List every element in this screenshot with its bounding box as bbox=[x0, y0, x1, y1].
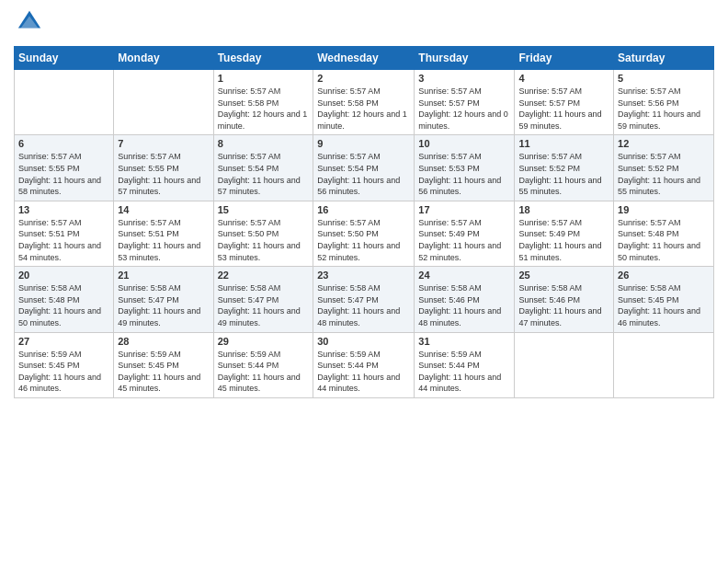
day-number: 20 bbox=[18, 270, 109, 281]
calendar-cell: 10Sunrise: 5:57 AM Sunset: 5:53 PM Dayli… bbox=[415, 135, 515, 201]
calendar-cell: 2Sunrise: 5:57 AM Sunset: 5:58 PM Daylig… bbox=[313, 70, 415, 135]
calendar-cell: 19Sunrise: 5:57 AM Sunset: 5:48 PM Dayli… bbox=[614, 201, 714, 266]
calendar-cell: 25Sunrise: 5:58 AM Sunset: 5:46 PM Dayli… bbox=[515, 267, 614, 332]
day-number: 7 bbox=[118, 138, 209, 149]
day-number: 17 bbox=[418, 204, 510, 215]
day-info: Sunrise: 5:58 AM Sunset: 5:46 PM Dayligh… bbox=[518, 282, 609, 328]
calendar-header-row: SundayMondayTuesdayWednesdayThursdayFrid… bbox=[15, 47, 714, 70]
day-number: 10 bbox=[418, 138, 510, 149]
day-info: Sunrise: 5:57 AM Sunset: 5:49 PM Dayligh… bbox=[518, 217, 609, 263]
calendar-cell: 13Sunrise: 5:57 AM Sunset: 5:51 PM Dayli… bbox=[15, 201, 114, 266]
calendar-cell: 6Sunrise: 5:57 AM Sunset: 5:55 PM Daylig… bbox=[15, 135, 114, 201]
day-info: Sunrise: 5:58 AM Sunset: 5:48 PM Dayligh… bbox=[18, 282, 109, 328]
header bbox=[14, 9, 714, 39]
calendar-cell: 16Sunrise: 5:57 AM Sunset: 5:50 PM Dayli… bbox=[313, 201, 415, 266]
calendar-cell: 14Sunrise: 5:57 AM Sunset: 5:51 PM Dayli… bbox=[114, 201, 213, 266]
calendar-week-row: 13Sunrise: 5:57 AM Sunset: 5:51 PM Dayli… bbox=[15, 201, 714, 266]
day-number: 11 bbox=[518, 138, 609, 149]
logo-icon bbox=[17, 9, 42, 35]
day-info: Sunrise: 5:57 AM Sunset: 5:51 PM Dayligh… bbox=[18, 217, 109, 263]
calendar-cell: 11Sunrise: 5:57 AM Sunset: 5:52 PM Dayli… bbox=[515, 135, 614, 201]
day-info: Sunrise: 5:57 AM Sunset: 5:55 PM Dayligh… bbox=[118, 151, 209, 197]
day-number: 4 bbox=[518, 73, 609, 84]
day-info: Sunrise: 5:57 AM Sunset: 5:52 PM Dayligh… bbox=[518, 151, 609, 197]
day-info: Sunrise: 5:58 AM Sunset: 5:47 PM Dayligh… bbox=[118, 282, 209, 328]
day-number: 14 bbox=[118, 204, 209, 215]
calendar-cell: 7Sunrise: 5:57 AM Sunset: 5:55 PM Daylig… bbox=[114, 135, 213, 201]
calendar-cell: 23Sunrise: 5:58 AM Sunset: 5:47 PM Dayli… bbox=[313, 267, 415, 332]
day-info: Sunrise: 5:57 AM Sunset: 5:52 PM Dayligh… bbox=[618, 151, 710, 197]
calendar-cell: 8Sunrise: 5:57 AM Sunset: 5:54 PM Daylig… bbox=[213, 135, 313, 201]
calendar-week-row: 20Sunrise: 5:58 AM Sunset: 5:48 PM Dayli… bbox=[15, 267, 714, 332]
day-number: 16 bbox=[317, 204, 410, 215]
calendar-cell: 28Sunrise: 5:59 AM Sunset: 5:45 PM Dayli… bbox=[114, 332, 213, 397]
day-info: Sunrise: 5:57 AM Sunset: 5:57 PM Dayligh… bbox=[518, 86, 609, 132]
calendar-cell: 21Sunrise: 5:58 AM Sunset: 5:47 PM Dayli… bbox=[114, 267, 213, 332]
calendar-cell: 5Sunrise: 5:57 AM Sunset: 5:56 PM Daylig… bbox=[614, 70, 714, 135]
calendar-cell: 22Sunrise: 5:58 AM Sunset: 5:47 PM Dayli… bbox=[213, 267, 313, 332]
calendar-week-row: 6Sunrise: 5:57 AM Sunset: 5:55 PM Daylig… bbox=[15, 135, 714, 201]
day-number: 13 bbox=[18, 204, 109, 215]
day-number: 23 bbox=[317, 270, 410, 281]
calendar-cell: 1Sunrise: 5:57 AM Sunset: 5:58 PM Daylig… bbox=[213, 70, 313, 135]
page: SundayMondayTuesdayWednesdayThursdayFrid… bbox=[0, 0, 728, 412]
day-of-week-header: Wednesday bbox=[313, 47, 415, 70]
day-number: 3 bbox=[418, 73, 510, 84]
day-info: Sunrise: 5:57 AM Sunset: 5:50 PM Dayligh… bbox=[317, 217, 410, 263]
calendar-cell: 29Sunrise: 5:59 AM Sunset: 5:44 PM Dayli… bbox=[213, 332, 313, 397]
day-number: 6 bbox=[18, 138, 109, 149]
day-number: 24 bbox=[418, 270, 510, 281]
day-number: 9 bbox=[317, 138, 410, 149]
calendar-cell: 3Sunrise: 5:57 AM Sunset: 5:57 PM Daylig… bbox=[415, 70, 515, 135]
calendar-week-row: 27Sunrise: 5:59 AM Sunset: 5:45 PM Dayli… bbox=[15, 332, 714, 397]
day-of-week-header: Saturday bbox=[614, 47, 714, 70]
day-number: 5 bbox=[618, 73, 710, 84]
day-number: 25 bbox=[518, 270, 609, 281]
calendar-cell: 15Sunrise: 5:57 AM Sunset: 5:50 PM Dayli… bbox=[213, 201, 313, 266]
calendar-cell: 27Sunrise: 5:59 AM Sunset: 5:45 PM Dayli… bbox=[15, 332, 114, 397]
day-number: 26 bbox=[618, 270, 710, 281]
day-number: 19 bbox=[618, 204, 710, 215]
day-number: 8 bbox=[218, 138, 310, 149]
day-number: 28 bbox=[118, 336, 209, 347]
day-info: Sunrise: 5:57 AM Sunset: 5:48 PM Dayligh… bbox=[618, 217, 710, 263]
day-number: 30 bbox=[317, 336, 410, 347]
day-info: Sunrise: 5:59 AM Sunset: 5:44 PM Dayligh… bbox=[317, 349, 410, 395]
day-info: Sunrise: 5:59 AM Sunset: 5:44 PM Dayligh… bbox=[418, 349, 510, 395]
calendar-cell: 9Sunrise: 5:57 AM Sunset: 5:54 PM Daylig… bbox=[313, 135, 415, 201]
calendar-cell: 24Sunrise: 5:58 AM Sunset: 5:46 PM Dayli… bbox=[415, 267, 515, 332]
calendar-cell: 26Sunrise: 5:58 AM Sunset: 5:45 PM Dayli… bbox=[614, 267, 714, 332]
day-of-week-header: Thursday bbox=[415, 47, 515, 70]
calendar-table: SundayMondayTuesdayWednesdayThursdayFrid… bbox=[14, 46, 714, 398]
day-number: 2 bbox=[317, 73, 410, 84]
day-info: Sunrise: 5:58 AM Sunset: 5:46 PM Dayligh… bbox=[418, 282, 510, 328]
day-of-week-header: Monday bbox=[114, 47, 213, 70]
day-number: 29 bbox=[218, 336, 310, 347]
day-of-week-header: Tuesday bbox=[213, 47, 313, 70]
day-info: Sunrise: 5:57 AM Sunset: 5:56 PM Dayligh… bbox=[618, 86, 710, 132]
calendar-cell: 20Sunrise: 5:58 AM Sunset: 5:48 PM Dayli… bbox=[15, 267, 114, 332]
logo bbox=[14, 9, 42, 39]
day-info: Sunrise: 5:58 AM Sunset: 5:45 PM Dayligh… bbox=[618, 282, 710, 328]
day-of-week-header: Sunday bbox=[15, 47, 114, 70]
day-number: 22 bbox=[218, 270, 310, 281]
day-info: Sunrise: 5:58 AM Sunset: 5:47 PM Dayligh… bbox=[218, 282, 310, 328]
day-info: Sunrise: 5:59 AM Sunset: 5:45 PM Dayligh… bbox=[18, 349, 109, 395]
day-number: 21 bbox=[118, 270, 209, 281]
calendar-cell: 17Sunrise: 5:57 AM Sunset: 5:49 PM Dayli… bbox=[415, 201, 515, 266]
calendar-cell bbox=[15, 70, 114, 135]
calendar-cell bbox=[114, 70, 213, 135]
day-info: Sunrise: 5:59 AM Sunset: 5:44 PM Dayligh… bbox=[218, 349, 310, 395]
day-number: 18 bbox=[518, 204, 609, 215]
calendar-cell: 12Sunrise: 5:57 AM Sunset: 5:52 PM Dayli… bbox=[614, 135, 714, 201]
day-number: 31 bbox=[418, 336, 510, 347]
calendar-cell bbox=[614, 332, 714, 397]
day-info: Sunrise: 5:59 AM Sunset: 5:45 PM Dayligh… bbox=[118, 349, 209, 395]
calendar-week-row: 1Sunrise: 5:57 AM Sunset: 5:58 PM Daylig… bbox=[15, 70, 714, 135]
day-number: 12 bbox=[618, 138, 710, 149]
calendar-cell bbox=[515, 332, 614, 397]
day-info: Sunrise: 5:57 AM Sunset: 5:55 PM Dayligh… bbox=[18, 151, 109, 197]
day-info: Sunrise: 5:57 AM Sunset: 5:54 PM Dayligh… bbox=[218, 151, 310, 197]
day-info: Sunrise: 5:57 AM Sunset: 5:50 PM Dayligh… bbox=[218, 217, 310, 263]
day-info: Sunrise: 5:57 AM Sunset: 5:58 PM Dayligh… bbox=[218, 86, 310, 132]
